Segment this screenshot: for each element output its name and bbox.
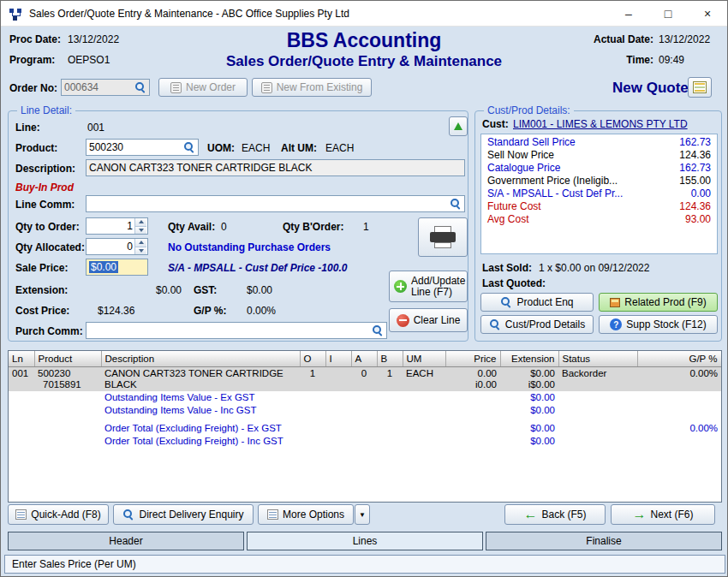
- clear-line-button[interactable]: Clear Line: [389, 308, 468, 332]
- order-no-label: Order No:: [9, 82, 57, 94]
- col-gp[interactable]: G/P %: [637, 351, 721, 366]
- qty-allocated-field: [86, 238, 148, 255]
- related-prod-button[interactable]: Related Prod (F9): [599, 293, 718, 312]
- order-search-icon[interactable]: [134, 81, 146, 93]
- col-i[interactable]: I: [325, 351, 351, 366]
- time-value: 09:49: [659, 54, 684, 66]
- cust-prod-title: Cust/Prod Details:: [484, 104, 574, 116]
- price-row: S/A - MPSALL - Cust Def Pr...0.00: [481, 187, 717, 200]
- no-outstanding-po-text: No Outstanding Purchase Orders: [168, 241, 331, 253]
- spin-up-icon: [139, 241, 144, 244]
- qty-allocated-spinner: [134, 239, 146, 254]
- status-bar: Enter Sales Price (Per UM): [4, 555, 725, 574]
- col-price[interactable]: Price: [445, 351, 500, 366]
- qty-border-value: 1: [363, 221, 369, 233]
- col-description[interactable]: Description: [101, 351, 300, 366]
- clear-icon: [397, 314, 409, 327]
- new-from-existing-icon: [261, 82, 272, 93]
- qty-to-order-input[interactable]: [89, 219, 133, 233]
- supp-stock-button[interactable]: ? Supp Stock (F12): [599, 315, 718, 334]
- new-order-icon: [170, 82, 182, 93]
- line-label: Line:: [15, 122, 40, 134]
- back-button[interactable]: ← Back (F5): [504, 504, 606, 525]
- titlebar: Sales Order/Quote Entry & Maintenance - …: [1, 1, 727, 27]
- direct-delivery-enquiry-button[interactable]: Direct Delivery Enquiry: [113, 504, 254, 525]
- col-b[interactable]: B: [377, 351, 403, 366]
- tab-finalise[interactable]: Finalise: [486, 532, 722, 550]
- col-a[interactable]: A: [351, 351, 377, 366]
- purch-comm-search-icon[interactable]: [372, 324, 384, 336]
- more-options-dropdown-button[interactable]: ▼: [355, 504, 370, 525]
- price-row: Catalogue Price162.73: [481, 162, 717, 175]
- qty-avail-value: 0: [221, 221, 227, 233]
- quick-add-icon: [15, 509, 27, 520]
- line-comm-search-icon[interactable]: [450, 198, 462, 210]
- spin-down-icon: [139, 249, 144, 253]
- related-prod-icon: [610, 298, 620, 307]
- uom-label: UOM:: [207, 142, 235, 154]
- col-product[interactable]: Product: [34, 351, 101, 366]
- customer-link[interactable]: LIM001 - LIMES & LEMONS PTY LTD: [513, 118, 688, 130]
- add-update-line-button[interactable]: Add/Update Line (F7): [389, 271, 468, 302]
- col-um[interactable]: UM: [403, 351, 445, 366]
- price-row: Sell Now Price124.36: [481, 149, 717, 162]
- qty-up-button[interactable]: [135, 218, 146, 226]
- col-ln[interactable]: Ln: [9, 351, 34, 366]
- alt-um-value: EACH: [325, 142, 354, 154]
- purch-comm-input[interactable]: [89, 324, 370, 337]
- quick-add-button[interactable]: Quick-Add (F8): [8, 504, 109, 525]
- gst-label: GST:: [194, 284, 217, 296]
- more-options-button[interactable]: More Options: [258, 504, 354, 525]
- back-arrow-icon: ←: [523, 509, 537, 520]
- qty-allocated-input[interactable]: [89, 240, 133, 253]
- product-enq-button[interactable]: Product Enq: [480, 293, 594, 312]
- next-button[interactable]: → Next (F6): [611, 504, 715, 525]
- minimize-button[interactable]: –: [609, 1, 648, 26]
- cust-prod-details-button[interactable]: Cust/Prod Details: [480, 315, 594, 334]
- cost-price-label: Cost Price:: [15, 305, 69, 317]
- close-button[interactable]: ×: [688, 1, 727, 26]
- next-arrow-icon: →: [632, 509, 646, 520]
- printer-icon: [428, 226, 457, 249]
- order-line-row[interactable]: 001 5002307015891 CANON CART323 TONER CA…: [9, 366, 721, 391]
- order-no-input[interactable]: [64, 80, 133, 94]
- qty-down-button[interactable]: [135, 226, 146, 235]
- more-options-icon: [267, 509, 278, 520]
- sale-price-field[interactable]: $0.00: [86, 259, 148, 276]
- col-status[interactable]: Status: [558, 351, 637, 366]
- line-up-button[interactable]: [449, 116, 468, 136]
- summary-row: Order Total (Excluding Freight) - Inc GS…: [9, 435, 721, 448]
- spin-down-icon: [139, 229, 144, 232]
- summary-row: Outstanding Items Value - Inc GST $0.00: [9, 404, 721, 417]
- price-panel: Standard Sell Price162.73 Sell Now Price…: [480, 134, 718, 254]
- print-button[interactable]: [418, 217, 468, 257]
- col-o[interactable]: O: [300, 351, 325, 366]
- sale-price-label: Sale Price:: [15, 262, 68, 274]
- cust-label: Cust:: [482, 118, 509, 130]
- up-arrow-icon: [454, 122, 462, 130]
- new-from-existing-button[interactable]: New From Existing: [252, 78, 372, 97]
- product-search-icon[interactable]: [183, 141, 195, 153]
- tab-lines[interactable]: Lines: [247, 532, 483, 550]
- actual-date-value: 13/12/2022: [659, 33, 710, 45]
- maximize-button[interactable]: □: [648, 1, 688, 26]
- new-quote-button[interactable]: [688, 77, 712, 98]
- product-input[interactable]: [89, 140, 182, 154]
- new-quote-icon: [693, 81, 707, 93]
- status-text: Enter Sales Price (Per UM): [12, 558, 136, 570]
- qty-to-order-field: [86, 217, 148, 235]
- tab-header[interactable]: Header: [8, 532, 244, 550]
- qty-to-order-spinner: [134, 218, 146, 234]
- line-comm-input[interactable]: [89, 197, 448, 211]
- qty-alloc-down-button[interactable]: [135, 247, 146, 255]
- qty-allocated-label: Qty Allocated:: [15, 241, 85, 253]
- extension-value: $0.00: [156, 284, 182, 296]
- direct-delivery-search-icon: [122, 509, 134, 520]
- qty-alloc-up-button[interactable]: [135, 239, 146, 247]
- purch-comm-label: Purch Comm:: [15, 325, 83, 337]
- description-input[interactable]: [89, 161, 462, 175]
- product-field: [86, 139, 199, 156]
- col-extension[interactable]: Extension: [500, 351, 558, 366]
- new-order-button[interactable]: New Order: [158, 78, 248, 97]
- window-title: Sales Order/Quote Entry & Maintenance - …: [29, 8, 349, 20]
